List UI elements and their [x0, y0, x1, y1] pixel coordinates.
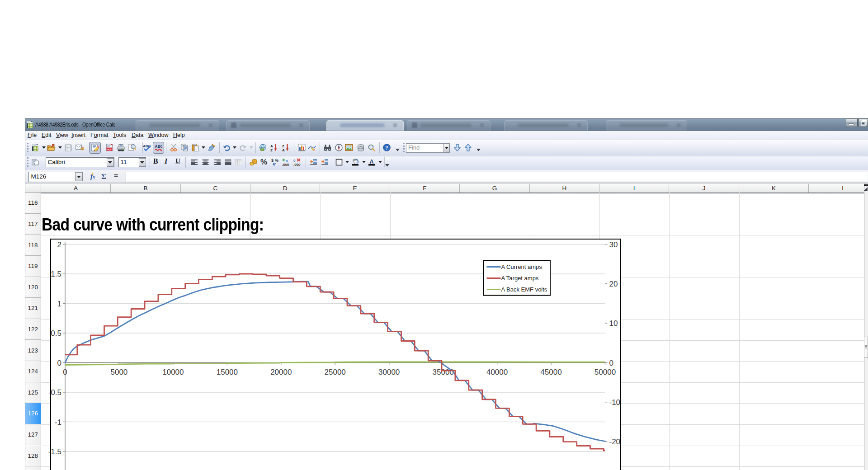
svg-text:5000: 5000	[110, 368, 127, 376]
svg-text:25000: 25000	[324, 368, 345, 376]
svg-text:Z: Z	[270, 148, 273, 152]
svg-text:20000: 20000	[270, 368, 292, 376]
svg-text:30: 30	[609, 240, 618, 249]
svg-text:0.5: 0.5	[51, 329, 61, 338]
svg-text:.000: .000	[293, 163, 301, 166]
svg-text:10000: 10000	[162, 368, 184, 376]
svg-text:15000: 15000	[216, 368, 237, 376]
svg-text:-0.5: -0.5	[48, 388, 61, 397]
svg-text:Z: Z	[282, 144, 284, 148]
svg-text:20: 20	[609, 280, 618, 288]
svg-text:A: A	[282, 148, 285, 152]
svg-text:%: %	[275, 158, 278, 163]
svg-text:-20: -20	[609, 437, 620, 446]
svg-text:40000: 40000	[486, 368, 507, 376]
svg-text:0: 0	[57, 359, 61, 367]
svg-text:PDF: PDF	[107, 148, 113, 151]
svg-text:.000: .000	[282, 163, 289, 166]
svg-text:-1.5: -1.5	[48, 447, 61, 456]
svg-text:-1: -1	[54, 418, 61, 427]
svg-text:A: A	[270, 144, 273, 148]
svg-text:$: $	[271, 158, 274, 163]
svg-text:0: 0	[63, 368, 67, 376]
svg-text:A Current amps: A Current amps	[501, 263, 542, 270]
svg-text:1.5: 1.5	[51, 270, 61, 278]
svg-text:10: 10	[609, 319, 618, 328]
svg-text:45000: 45000	[540, 368, 561, 376]
svg-text:A: A	[369, 159, 373, 165]
svg-text:A Back EMF volts: A Back EMF volts	[501, 286, 547, 293]
svg-text:A Target amps: A Target amps	[501, 275, 538, 282]
svg-text:-10: -10	[609, 398, 620, 407]
svg-text:2: 2	[57, 240, 61, 249]
svg-text:50000: 50000	[594, 368, 615, 376]
svg-text:30000: 30000	[378, 368, 400, 376]
svg-text:0: 0	[609, 359, 613, 367]
svg-text:1: 1	[57, 300, 61, 308]
svg-text:?: ?	[385, 145, 388, 151]
svg-text:ABC: ABC	[155, 144, 162, 149]
